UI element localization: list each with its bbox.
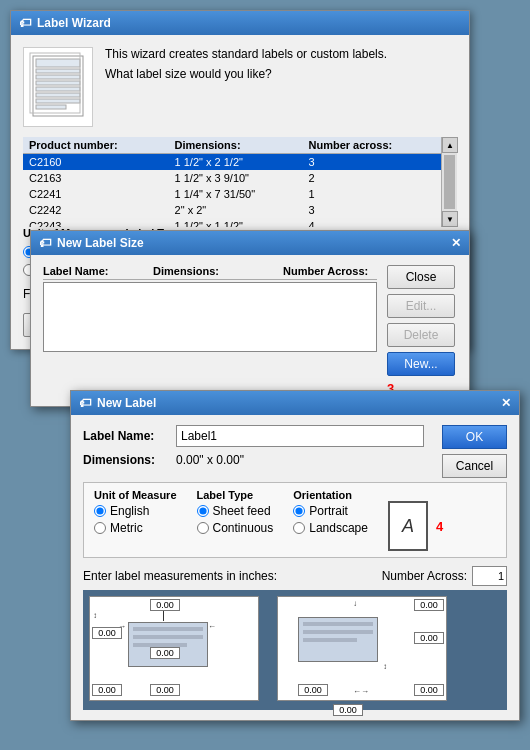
orientation-illustration: A 4 — [388, 501, 443, 551]
content-box — [128, 622, 208, 667]
cancel-button[interactable]: Cancel — [442, 454, 507, 478]
svg-rect-4 — [36, 81, 80, 85]
col-dimensions: Dimensions: — [169, 137, 303, 154]
inner-portrait-label: Portrait — [309, 504, 348, 518]
wizard-svg — [28, 51, 88, 123]
dim-bottom-center-val: 0.00 — [150, 684, 180, 696]
inner-sheetfeed-row: Sheet feed — [197, 504, 274, 518]
inner-unit-group: Unit of Measure English Metric — [94, 489, 177, 551]
dimensions-form-row: Dimensions: 0.00" x 0.00" — [83, 453, 424, 467]
arrow-down-top: ↓ — [353, 599, 357, 608]
inner-portrait-row: Portrait — [293, 504, 368, 518]
new-label-size-content: Label Name: Dimensions: Number Across: C… — [31, 255, 469, 406]
arrow-up: ↕ — [93, 611, 97, 620]
col-product: Product number: — [23, 137, 169, 154]
dim-far-bottom-val: 0.00 — [333, 704, 363, 716]
new-label-size-icon: 🏷 — [39, 236, 51, 250]
svg-rect-1 — [36, 59, 80, 67]
table-row[interactable]: C2241 1 1/4" x 7 31/50" 1 — [23, 186, 441, 202]
inner-unit-english-radio[interactable] — [94, 505, 106, 517]
label-name-row: Label Name: Dimensions: 0.00" x 0.00" OK… — [83, 425, 507, 478]
new-label-content: Label Name: Dimensions: 0.00" x 0.00" OK… — [71, 415, 519, 720]
col-count: Number across: — [302, 137, 441, 154]
ok-cancel-buttons: OK Cancel — [442, 425, 507, 478]
inner-labeltype-title: Label Type — [197, 489, 274, 501]
wizard-question: What label size would you like? — [105, 67, 457, 81]
dialog-col-name: Label Name: — [43, 265, 153, 277]
table-scrollbar[interactable]: ▲ ▼ — [441, 137, 457, 227]
number-across-input[interactable] — [472, 566, 507, 586]
scroll-up-btn[interactable]: ▲ — [442, 137, 458, 153]
delete-button[interactable]: Delete — [387, 323, 455, 347]
new-label-title: New Label — [97, 396, 156, 410]
arrow-line-1 — [163, 611, 164, 621]
new-label-size-title: New Label Size — [57, 236, 144, 250]
inner-landscape-row: Landscape — [293, 521, 368, 535]
right-content-box — [298, 617, 378, 662]
dialog-cols-header: Label Name: Dimensions: Number Across: — [43, 265, 377, 280]
scroll-thumb[interactable] — [444, 155, 455, 209]
table-row[interactable]: C2160 1 1/2" x 2 1/2" 3 — [23, 154, 441, 171]
diagram-right-panel: 0.00 ↓ 0.00 0.00 0.00 ↕ ←→ 0.0 — [277, 596, 447, 701]
svg-rect-3 — [36, 75, 80, 79]
new-label-close-icon[interactable]: ✕ — [501, 396, 511, 410]
label-name-input[interactable] — [176, 425, 424, 447]
arrow-bottom-center: ←→ — [353, 687, 369, 696]
inner-orientation-title: Orientation — [293, 489, 368, 501]
dimensions-value: 0.00" x 0.00" — [176, 453, 244, 467]
table-row[interactable]: C2243 1 1/2" x 1 1/2" 4 — [23, 218, 441, 227]
arrow-right-updown: ↕ — [383, 662, 387, 671]
label-name-form-row: Label Name: — [83, 425, 424, 447]
label-table: Product number: Dimensions: Number acros… — [23, 137, 441, 227]
wizard-titlebar: 🏷 Label Wizard — [11, 11, 469, 35]
label-table-scroll: Product number: Dimensions: Number acros… — [23, 137, 441, 227]
svg-rect-5 — [36, 87, 80, 91]
svg-rect-6 — [36, 93, 80, 97]
measurements-label: Enter label measurements in inches: — [83, 569, 277, 583]
close-button[interactable]: Close — [387, 265, 455, 289]
inner-landscape-radio[interactable] — [293, 522, 305, 534]
dialog-col-across: Number Across: — [283, 265, 377, 277]
new-button[interactable]: New... — [387, 352, 455, 376]
inner-continuous-label: Continuous — [213, 521, 274, 535]
dim-bottom-left-val: 0.00 — [92, 684, 122, 696]
scroll-down-btn[interactable]: ▼ — [442, 211, 458, 227]
measurements-diagram: 0.00 0.00 0.00 0.00 0.00 → ← — [83, 590, 507, 710]
label-name-section: Label Name: Dimensions: 0.00" x 0.00" — [83, 425, 424, 478]
label-table-container: Product number: Dimensions: Number acros… — [23, 137, 457, 227]
table-row[interactable]: C2163 1 1/2" x 3 9/10" 2 — [23, 170, 441, 186]
wizard-title: Label Wizard — [37, 16, 111, 30]
close-icon[interactable]: ✕ — [451, 236, 461, 250]
inner-unit-metric-row: Metric — [94, 521, 177, 535]
inner-options-row: Unit of Measure English Metric Label Typ… — [94, 489, 496, 551]
inner-sheetfeed-label: Sheet feed — [213, 504, 271, 518]
arrow-left-1: → — [118, 622, 126, 631]
dimensions-label: Dimensions: — [83, 453, 168, 467]
wizard-icon: 🏷 — [19, 16, 31, 30]
inner-unit-metric-radio[interactable] — [94, 522, 106, 534]
dialog-list-area — [43, 282, 377, 352]
inner-unit-english-row: English — [94, 504, 177, 518]
label-name-label: Label Name: — [83, 429, 168, 443]
ok-button[interactable]: OK — [442, 425, 507, 449]
wizard-header: This wizard creates standard labels or c… — [23, 47, 457, 127]
new-label-dialog: 🏷 New Label ✕ Label Name: Dimensions: 0.… — [70, 390, 520, 721]
inner-unit-english-label: English — [110, 504, 149, 518]
table-row[interactable]: C2242 2" x 2" 3 — [23, 202, 441, 218]
edit-button[interactable]: Edit... — [387, 294, 455, 318]
dim-top-right-val: 0.00 — [414, 599, 444, 611]
inner-continuous-radio[interactable] — [197, 522, 209, 534]
svg-rect-2 — [36, 69, 80, 73]
dim-top-val: 0.00 — [150, 599, 180, 611]
inner-orientation-group: Orientation Portrait Landscape — [293, 489, 368, 551]
new-label-size-dialog: 🏷 New Label Size ✕ Label Name: Dimension… — [30, 230, 470, 407]
dim-right-val: 0.00 — [414, 632, 444, 644]
right-content-line-1 — [303, 622, 373, 626]
inner-continuous-row: Continuous — [197, 521, 274, 535]
orientation-letter: A — [388, 501, 428, 551]
wizard-illustration — [23, 47, 93, 127]
inner-portrait-radio[interactable] — [293, 505, 305, 517]
inner-sheetfeed-radio[interactable] — [197, 505, 209, 517]
inner-unit-title: Unit of Measure — [94, 489, 177, 501]
wizard-description: This wizard creates standard labels or c… — [105, 47, 457, 61]
